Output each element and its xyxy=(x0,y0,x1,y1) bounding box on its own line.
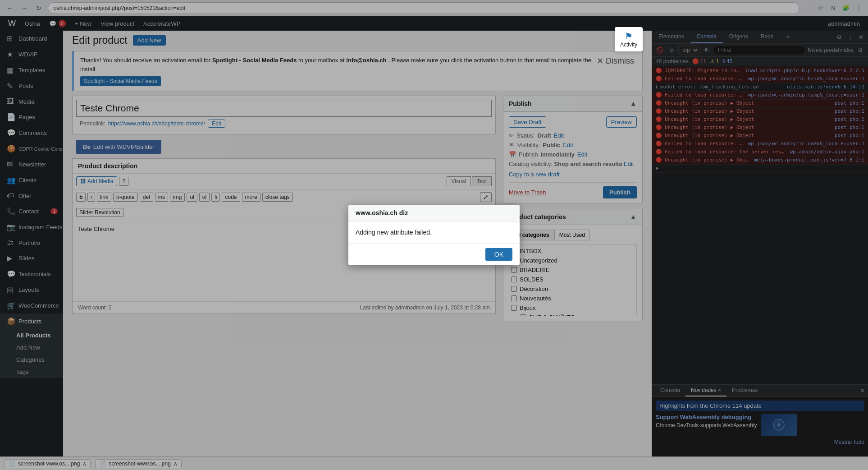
modal-body: Adding new attribute failed. xyxy=(348,221,520,243)
modal-dialog: www.oshia.ch diz Adding new attribute fa… xyxy=(348,205,520,265)
modal-title: www.oshia.ch diz xyxy=(348,205,520,221)
activity-popup: ⚑ Activity xyxy=(615,27,643,51)
activity-flag-icon: ⚑ xyxy=(625,31,633,41)
modal-footer: OK xyxy=(348,243,520,265)
modal-ok-button[interactable]: OK xyxy=(485,248,512,261)
modal-overlay: www.oshia.ch diz Adding new attribute fa… xyxy=(0,0,868,470)
activity-label: Activity xyxy=(620,41,637,48)
